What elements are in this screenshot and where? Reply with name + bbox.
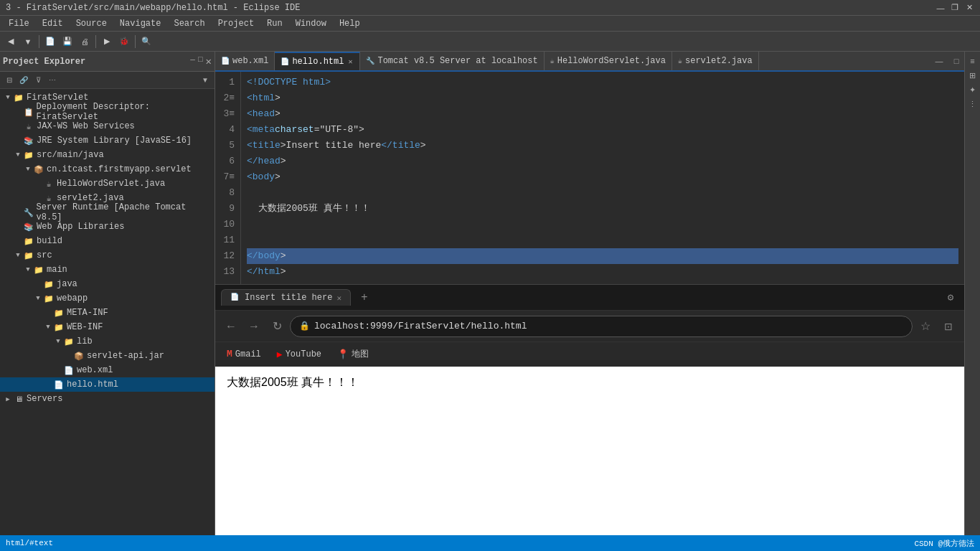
menu-item-window[interactable]: Window bbox=[290, 17, 332, 30]
menu-item-run[interactable]: Run bbox=[261, 17, 288, 30]
toolbar-debug[interactable]: 🐞 bbox=[116, 34, 132, 50]
right-sidebar: ≡ ⊞ ✦ ⋮ bbox=[964, 52, 980, 535]
menu-item-source[interactable]: Source bbox=[70, 17, 113, 30]
filter-btn[interactable]: ⊽ bbox=[32, 74, 44, 87]
tab-3[interactable]: ☕HelloWordServlet.java bbox=[545, 52, 672, 70]
rs-btn2[interactable]: ⊞ bbox=[966, 69, 979, 82]
menu-item-navigate[interactable]: Navigate bbox=[114, 17, 167, 30]
toolbar-back[interactable]: ◀ bbox=[3, 34, 19, 50]
rs-btn3[interactable]: ✦ bbox=[966, 83, 979, 96]
toolbar-search[interactable]: 🔍 bbox=[138, 34, 154, 50]
tab-min[interactable]: — bbox=[931, 53, 947, 69]
status-left: html/#text bbox=[6, 539, 53, 547]
sidebar-item-servers[interactable]: ▶ 🖥 Servers bbox=[0, 392, 215, 406]
tree-item-3[interactable]: 📚JRE System Library [JavaSE-16] bbox=[0, 133, 215, 148]
rs-btn4[interactable]: ⋮ bbox=[966, 98, 979, 110]
tree-item-10[interactable]: 📁build bbox=[0, 234, 215, 248]
tree-icon-14: 📁 bbox=[43, 293, 55, 304]
tab-2[interactable]: 🔧Tomcat v8.5 Server at localhost bbox=[360, 52, 544, 70]
line-num-4: 5 bbox=[218, 138, 235, 154]
tree-item-16[interactable]: ▼📁WEB-INF bbox=[0, 320, 215, 334]
line-num-9: 10 bbox=[218, 217, 235, 232]
tab-1[interactable]: 📄hello.html✕ bbox=[275, 52, 360, 70]
youtube-icon: ▶ bbox=[277, 349, 283, 360]
tree-label-13: java bbox=[57, 279, 77, 289]
tree-item-1[interactable]: 📋Deployment Descriptor: FiratServlet bbox=[0, 105, 215, 119]
tree-item-8[interactable]: 🔧Server Runtime [Apache Tomcat v8.5] bbox=[0, 205, 215, 220]
collapse-all-btn[interactable]: ⊟ bbox=[3, 74, 16, 87]
tab-max[interactable]: □ bbox=[948, 53, 964, 69]
tab-close-1[interactable]: ✕ bbox=[347, 57, 354, 67]
status-right: CSDN @俄方德法 bbox=[914, 538, 974, 549]
toolbar: ◀ ▼ 📄 💾 🖨 ▶ 🐞 🔍 bbox=[0, 32, 980, 52]
menu-item-project[interactable]: Project bbox=[212, 17, 260, 30]
view-menu-btn[interactable]: ▼ bbox=[199, 74, 212, 87]
toolbar-print[interactable]: 🖨 bbox=[77, 34, 93, 50]
toolbar-save[interactable]: 💾 bbox=[60, 34, 75, 50]
tab-0[interactable]: 📄web.xml bbox=[215, 52, 275, 70]
browser-tab-close[interactable]: ✕ bbox=[336, 293, 341, 303]
toolbar-new[interactable]: 📄 bbox=[42, 34, 58, 50]
browser-ext-btn[interactable]: ⊡ bbox=[938, 316, 958, 336]
line-num-7: 8 bbox=[218, 185, 235, 201]
tree-item-5[interactable]: ▼📦cn.itcast.firstmyapp.servlet bbox=[0, 162, 215, 176]
tree-label-7: servlet2.java bbox=[57, 193, 124, 203]
tree-item-13[interactable]: 📁java bbox=[0, 277, 215, 291]
more-btn[interactable]: ⋯ bbox=[46, 74, 59, 87]
browser-settings-icon[interactable]: ⚙ bbox=[943, 290, 958, 306]
browser-new-tab[interactable]: + bbox=[357, 291, 372, 304]
tree-arrow-0: ▼ bbox=[3, 94, 13, 101]
browser-star-btn[interactable]: ☆ bbox=[915, 316, 936, 336]
editor-area: 📄web.xml📄hello.html✕🔧Tomcat v8.5 Server … bbox=[215, 52, 964, 535]
tree-icon-1: 📋 bbox=[23, 106, 34, 118]
tree-icon-4: 📁 bbox=[23, 149, 34, 161]
tree-item-12[interactable]: ▼📁main bbox=[0, 263, 215, 277]
bookmark-maps[interactable]: 📍 地图 bbox=[331, 347, 374, 362]
sidebar-toolbar: ⊟ 🔗 ⊽ ⋯ ▼ bbox=[0, 72, 215, 89]
toolbar-fwd[interactable]: ▼ bbox=[20, 34, 36, 50]
menu-item-file[interactable]: File bbox=[3, 17, 35, 30]
tree-label-10: build bbox=[37, 236, 62, 246]
tree-arrow-14: ▼ bbox=[33, 295, 43, 302]
bookmark-youtube[interactable]: ▶ YouTube bbox=[271, 347, 327, 362]
browser-tab[interactable]: 📄 Insert title here ✕ bbox=[221, 289, 351, 306]
menu-item-search[interactable]: Search bbox=[168, 17, 210, 30]
browser-url: localhost:9999/FiratServlet/hello.html bbox=[314, 321, 903, 331]
tree-item-18[interactable]: 📦servlet-api.jar bbox=[0, 349, 215, 363]
browser-back-btn[interactable]: ← bbox=[221, 316, 241, 336]
tree-label-16: WEB-INF bbox=[67, 322, 103, 332]
menu-item-help[interactable]: Help bbox=[334, 17, 366, 30]
link-editor-btn[interactable]: 🔗 bbox=[17, 74, 30, 87]
tree-item-11[interactable]: ▼📁src bbox=[0, 248, 215, 263]
browser-address-bar[interactable]: 🔒 localhost:9999/FiratServlet/hello.html bbox=[290, 316, 913, 337]
browser-refresh-btn[interactable]: ↻ bbox=[267, 316, 287, 336]
tree-item-19[interactable]: 📄web.xml bbox=[0, 363, 215, 377]
minimize-button[interactable]: — bbox=[936, 3, 946, 13]
menu-item-edit[interactable]: Edit bbox=[37, 17, 69, 30]
tree-item-14[interactable]: ▼📁webapp bbox=[0, 291, 215, 306]
browser-forward-btn[interactable]: → bbox=[244, 316, 264, 336]
close-button[interactable]: ✕ bbox=[964, 3, 974, 13]
window-controls: — ❐ ✕ bbox=[936, 3, 974, 13]
toolbar-sep3 bbox=[135, 35, 136, 48]
tab-4[interactable]: ☕servlet2.java bbox=[672, 52, 759, 70]
tree-item-4[interactable]: ▼📁src/main/java bbox=[0, 148, 215, 162]
tree-item-6[interactable]: ☕HelloWordServlet.java bbox=[0, 176, 215, 191]
browser-lock-icon: 🔒 bbox=[299, 321, 310, 331]
sidebar-minimize[interactable]: — bbox=[190, 55, 195, 67]
code-content[interactable]: <!DOCTYPE html><html><head> <meta charse… bbox=[241, 72, 964, 284]
maximize-button[interactable]: ❐ bbox=[950, 3, 960, 13]
tree-label-1: Deployment Descriptor: FiratServlet bbox=[37, 102, 215, 122]
bookmark-gmail[interactable]: M Gmail bbox=[221, 347, 267, 361]
tree-icon-16: 📁 bbox=[53, 321, 65, 333]
sidebar-maximize[interactable]: □ bbox=[198, 55, 203, 67]
tree-item-20[interactable]: 📄hello.html bbox=[0, 377, 215, 392]
tree-item-17[interactable]: ▼📁lib bbox=[0, 334, 215, 349]
title-bar: 3 - FiratServlet/src/main/webapp/hello.h… bbox=[0, 0, 980, 16]
toolbar-run[interactable]: ▶ bbox=[99, 34, 115, 50]
tree-icon-8: 🔧 bbox=[23, 207, 34, 218]
line-num-1: 2≡ bbox=[218, 90, 235, 106]
sidebar-close[interactable]: ✕ bbox=[206, 55, 212, 67]
tree-item-15[interactable]: 📁META-INF bbox=[0, 306, 215, 320]
rs-btn1[interactable]: ≡ bbox=[966, 55, 979, 67]
